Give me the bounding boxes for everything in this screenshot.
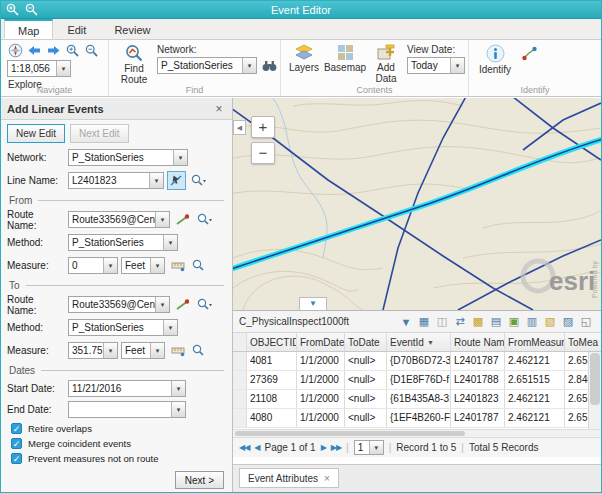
select-line-on-map-icon[interactable]	[167, 171, 186, 190]
zoom-to-from-route-icon[interactable]	[195, 210, 214, 229]
column-header[interactable]: ToDate	[345, 333, 387, 351]
to-unit-select[interactable]: Feet▾	[121, 342, 165, 359]
previous-page-icon[interactable]: ◀	[254, 443, 259, 452]
locate-route-icon[interactable]	[521, 46, 537, 61]
find-route-button[interactable]: Find Route	[117, 44, 151, 85]
page-size-select[interactable]: 1▾	[354, 440, 384, 455]
ribbon-zoom-in-icon[interactable]	[64, 43, 80, 58]
tab-event-attributes[interactable]: Event Attributes ×	[239, 468, 339, 488]
to-method-select[interactable]: P_StationSeries▾	[68, 319, 178, 336]
merge-coincident-events-option[interactable]: ✓ Merge coincident events	[1, 437, 232, 450]
select-to-route-on-map-icon[interactable]	[173, 295, 192, 314]
zoom-out-icon[interactable]	[24, 2, 38, 16]
table-row[interactable]: 40801/1/2000<null>{1EF4B260-FL24017872.4…	[233, 409, 588, 428]
map-scale-select[interactable]: 1:18,056▾	[7, 60, 71, 77]
first-page-icon[interactable]: ◀◀	[239, 443, 249, 452]
zoom-in-icon[interactable]	[5, 2, 19, 16]
previous-extent-icon[interactable]	[26, 43, 42, 58]
group-identify: Identify Identify	[469, 40, 601, 96]
ribbon-zoom-out-icon[interactable]	[83, 43, 99, 58]
table-row[interactable]: 40811/1/2000<null>{D70B6D72-3L24017872.4…	[233, 352, 588, 371]
table-cell: <null>	[345, 371, 387, 389]
network-select[interactable]: P_StationSeries▾	[68, 149, 188, 166]
table-vertical-scrollbar[interactable]	[588, 352, 601, 437]
to-route-name-select[interactable]: Route33569@Cenb▾	[68, 296, 170, 313]
collapse-panel-icon[interactable]: ◀	[233, 120, 246, 135]
start-date-input[interactable]: 11/21/2016▾	[68, 380, 186, 397]
chevron-down-icon: ▾	[173, 150, 187, 165]
from-unit-select[interactable]: Feet▾	[121, 257, 165, 274]
checkbox-checked-icon[interactable]: ✓	[11, 423, 22, 434]
column-options-icon[interactable]: ▨	[559, 314, 577, 330]
time-filter-icon[interactable]: ▤	[487, 314, 505, 330]
zoom-to-to-measure-icon[interactable]	[190, 341, 209, 360]
tab-map[interactable]: Map	[4, 19, 53, 39]
from-method-select[interactable]: P_StationSeries▾	[68, 234, 178, 251]
end-date-input[interactable]: ▾	[68, 401, 186, 418]
column-header[interactable]: ToMea	[565, 333, 601, 351]
next-edit-button[interactable]: Next Edit	[70, 124, 129, 143]
tab-edit[interactable]: Edit	[53, 19, 100, 39]
line-name-select[interactable]: L2401823▾	[68, 172, 164, 189]
new-edit-button[interactable]: New Edit	[7, 124, 65, 143]
layers-button[interactable]: Layers	[285, 44, 323, 73]
close-icon[interactable]: ×	[212, 102, 226, 116]
related-tables-icon[interactable]: ▦	[415, 314, 433, 330]
zoom-to-selection-icon[interactable]: ▩	[469, 314, 487, 330]
switch-selection-icon[interactable]: ⇄	[451, 314, 469, 330]
row-handle[interactable]	[233, 390, 247, 408]
map-view[interactable]: esri Powered by ◀ + − ▼	[233, 98, 601, 310]
to-measure-input[interactable]: 351.75▾	[68, 342, 118, 359]
column-header[interactable]: FromMeasure	[505, 333, 565, 351]
pick-to-measure-icon[interactable]	[168, 341, 187, 360]
collapse-table-icon[interactable]: ▼	[299, 297, 327, 310]
next-page-icon[interactable]: ▶	[321, 443, 326, 452]
clear-selection-icon[interactable]: ◫	[433, 314, 451, 330]
map-zoom-in-button[interactable]: +	[251, 116, 275, 138]
map-zoom-out-button[interactable]: −	[251, 142, 275, 164]
selection-menu-icon[interactable]: ▼	[397, 314, 415, 330]
column-header[interactable]: Route Name	[451, 333, 505, 351]
zoom-to-line-icon[interactable]	[189, 171, 208, 190]
identify-button[interactable]: Identify	[473, 44, 517, 75]
table-row[interactable]: 273691/1/2000<null>{D1E8F76D-fL24017882.…	[233, 371, 588, 390]
row-handle[interactable]	[233, 352, 247, 370]
tab-review[interactable]: Review	[100, 19, 164, 39]
ribbon-network-select[interactable]: P_StationSeries▾	[157, 57, 257, 74]
column-header[interactable]: FromDate	[297, 333, 345, 351]
row-handle[interactable]	[233, 371, 247, 389]
next-extent-icon[interactable]	[45, 43, 61, 58]
maximize-icon[interactable]: ◱	[577, 314, 595, 330]
explore-icon[interactable]	[7, 43, 23, 58]
table-horizontal-scrollbar[interactable]	[233, 429, 601, 437]
checkbox-checked-icon[interactable]: ✓	[11, 453, 22, 464]
window-title: Event Editor	[271, 4, 331, 16]
table-cell: 27369	[247, 371, 297, 389]
column-header[interactable]: EventId▼	[387, 333, 451, 351]
from-route-name-select[interactable]: Route33569@Cenb▾	[68, 211, 170, 228]
close-tab-icon[interactable]: ×	[324, 473, 330, 484]
from-measure-input[interactable]: 0▾	[68, 257, 118, 274]
add-data-button[interactable]: Add Data	[367, 44, 405, 84]
column-header[interactable]: OBJECTID	[247, 333, 297, 351]
next-button[interactable]: Next >	[175, 471, 224, 489]
select-from-route-on-map-icon[interactable]	[173, 210, 192, 229]
table-row[interactable]: 211081/1/2000<null>{61B435A8-3:L24018232…	[233, 390, 588, 409]
last-page-icon[interactable]: ▶▶	[331, 443, 341, 452]
save-icon[interactable]: ▣	[505, 314, 523, 330]
map-canvas[interactable]: esri Powered by	[233, 98, 601, 310]
export-icon[interactable]: ▧	[541, 314, 559, 330]
retire-overlaps-option[interactable]: ✓ Retire overlaps	[1, 422, 232, 435]
row-handle[interactable]	[233, 409, 247, 427]
prevent-measures-option[interactable]: ✓ Prevent measures not on route	[1, 452, 232, 465]
pick-from-measure-icon[interactable]	[168, 256, 187, 275]
zoom-to-to-route-icon[interactable]	[195, 295, 214, 314]
binoculars-icon[interactable]	[261, 58, 277, 73]
statistics-icon[interactable]: ▥	[523, 314, 541, 330]
view-date-label: View Date:	[407, 44, 455, 55]
row-handle-header[interactable]	[233, 333, 247, 351]
zoom-to-from-measure-icon[interactable]	[190, 256, 209, 275]
view-date-select[interactable]: Today▾	[407, 57, 465, 74]
basemap-button[interactable]: Basemap	[325, 44, 365, 73]
checkbox-checked-icon[interactable]: ✓	[11, 438, 22, 449]
